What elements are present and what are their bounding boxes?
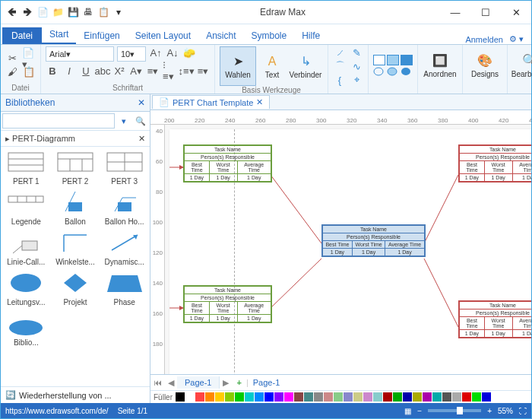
library-item[interactable]: Ballon Ho... [102, 190, 147, 226]
pen-icon[interactable]: ✎ [350, 46, 363, 59]
library-item[interactable]: Biblio... [4, 311, 49, 347]
highlight-icon[interactable]: X² [112, 65, 126, 77]
view-icon[interactable]: ▦ [404, 407, 411, 415]
library-item[interactable]: Linie-Call... [4, 230, 49, 266]
clear-format-icon[interactable]: 🧽 [182, 46, 196, 59]
add-page-button[interactable]: + [232, 378, 245, 387]
italic-icon[interactable]: I [62, 65, 76, 77]
color-swatch[interactable] [264, 392, 274, 402]
color-swatch[interactable] [344, 392, 353, 402]
zoom-out-icon[interactable]: − [417, 407, 422, 415]
page-first-icon[interactable]: ⏮ [150, 378, 165, 387]
paste-button[interactable]: 📋 [97, 5, 110, 19]
tab-symbols[interactable]: Symbole [243, 27, 294, 44]
library-section-header[interactable]: ▸ PERT-Diagramm✕ [1, 131, 150, 147]
color-swatch[interactable] [432, 392, 442, 402]
line-icon[interactable]: ⟋ [333, 46, 347, 59]
grow-font-icon[interactable]: A↑ [149, 46, 163, 59]
section-close-icon[interactable]: ✕ [138, 134, 145, 144]
library-item[interactable]: Leitungsv... [4, 271, 49, 306]
search-icon[interactable]: 🔍 [133, 113, 148, 129]
page-tab-1[interactable]: Page-1 [177, 376, 220, 389]
library-item[interactable]: PERT 1 [4, 150, 49, 186]
shapes-gallery[interactable] [373, 55, 413, 76]
library-item[interactable]: PERT 3 [102, 150, 147, 186]
open-button[interactable]: 📁 [51, 5, 65, 19]
curve-icon[interactable]: ∿ [350, 60, 363, 72]
file-tab[interactable]: Datei [2, 27, 42, 44]
designs-button[interactable]: 🎨Designs [467, 46, 502, 84]
canvas[interactable]: Task NamePerson(s) ResponsibleBest TimeW… [165, 125, 531, 374]
color-swatch[interactable] [353, 392, 363, 402]
copy-icon[interactable]: 📄▾ [22, 52, 36, 65]
print-button[interactable]: 🖶 [81, 5, 95, 19]
library-item[interactable]: Projekt [53, 271, 98, 306]
bracket-icon[interactable]: { [333, 74, 347, 86]
bold-icon[interactable]: B [46, 65, 59, 77]
align-icon[interactable]: ≡▾ [196, 65, 210, 77]
connector-tool[interactable]: ↳ Verbinder [288, 47, 323, 85]
tab-view[interactable]: Ansicht [198, 27, 243, 44]
font-size-select[interactable]: 10 ▾ [117, 46, 146, 62]
close-button[interactable]: ✕ [501, 1, 531, 24]
color-swatch[interactable] [225, 392, 234, 402]
color-swatch[interactable] [334, 392, 343, 402]
minimize-button[interactable]: — [440, 1, 470, 24]
bullets-icon[interactable]: ≡▾ [146, 65, 160, 77]
color-swatch[interactable] [235, 392, 244, 402]
pert-node[interactable]: Task NamePerson(s) ResponsibleBest TimeW… [321, 224, 426, 257]
color-swatch[interactable] [304, 392, 313, 402]
color-swatch[interactable] [442, 392, 451, 402]
color-swatch[interactable] [195, 392, 204, 402]
zoom-in-icon[interactable]: + [487, 407, 492, 415]
library-dropdown-icon[interactable]: ▾ [116, 113, 131, 129]
fit-icon[interactable]: ⛶ [519, 407, 527, 415]
new-button[interactable]: 📄 [36, 5, 49, 19]
save-button[interactable]: 💾 [66, 5, 80, 19]
font-family-select[interactable]: Arial ▾ [46, 46, 114, 62]
color-swatch[interactable] [363, 392, 372, 402]
font-color-icon[interactable]: A▾ [129, 65, 143, 77]
color-swatch[interactable] [245, 392, 254, 402]
qat-dropdown[interactable]: ▾ [112, 5, 125, 19]
anchor-icon[interactable]: ⌖ [350, 74, 363, 86]
library-item[interactable]: Legende [4, 190, 49, 226]
color-swatch[interactable] [472, 392, 481, 402]
document-tab[interactable]: 📄 PERT Chart Template ✕ [152, 95, 270, 109]
color-swatch[interactable] [294, 392, 303, 402]
color-swatch[interactable] [324, 392, 333, 402]
doc-tab-close-icon[interactable]: ✕ [256, 97, 263, 107]
underline-icon[interactable]: U [79, 65, 93, 77]
library-search-input[interactable] [2, 113, 115, 129]
color-swatch[interactable] [452, 392, 461, 402]
color-swatch[interactable] [215, 392, 224, 402]
library-item[interactable]: Winkelste... [53, 230, 98, 266]
color-swatch[interactable] [383, 392, 392, 402]
undo-button[interactable]: 🡸 [5, 5, 19, 19]
pert-node[interactable]: Task NamePerson(s) ResponsibleBest TimeW… [458, 300, 531, 338]
redo-button[interactable]: 🡺 [21, 5, 34, 19]
color-swatch[interactable] [482, 392, 491, 402]
pert-node[interactable]: Task NamePerson(s) ResponsibleBest TimeW… [458, 144, 531, 183]
line-spacing-icon[interactable]: ↕≡▾ [179, 65, 193, 77]
library-close-icon[interactable]: ✕ [138, 97, 145, 108]
color-swatch[interactable] [462, 392, 471, 402]
strike-icon[interactable]: abc [96, 65, 109, 77]
library-item[interactable]: Dynamisc... [102, 230, 147, 266]
tab-start[interactable]: Start [42, 26, 76, 44]
page-prev-icon[interactable]: ◀ [165, 378, 177, 388]
color-swatch[interactable] [423, 392, 432, 402]
color-swatch[interactable] [393, 392, 402, 402]
arc-icon[interactable]: ⌒ [333, 60, 347, 72]
color-swatch[interactable] [176, 392, 185, 402]
tab-layout[interactable]: Seiten Layout [128, 27, 198, 44]
color-swatch[interactable] [274, 392, 283, 402]
numbering-icon[interactable]: ⁝≡▾ [163, 65, 176, 77]
arrange-button[interactable]: 🔲Anordnen [423, 46, 458, 84]
paste-icon[interactable]: 📋 [22, 66, 36, 78]
color-swatch[interactable] [284, 392, 293, 402]
cut-icon[interactable]: ✂ [5, 52, 19, 65]
page-next-icon[interactable]: ▶ [220, 378, 232, 388]
zoom-slider[interactable] [428, 409, 481, 412]
color-swatch[interactable] [255, 392, 264, 402]
